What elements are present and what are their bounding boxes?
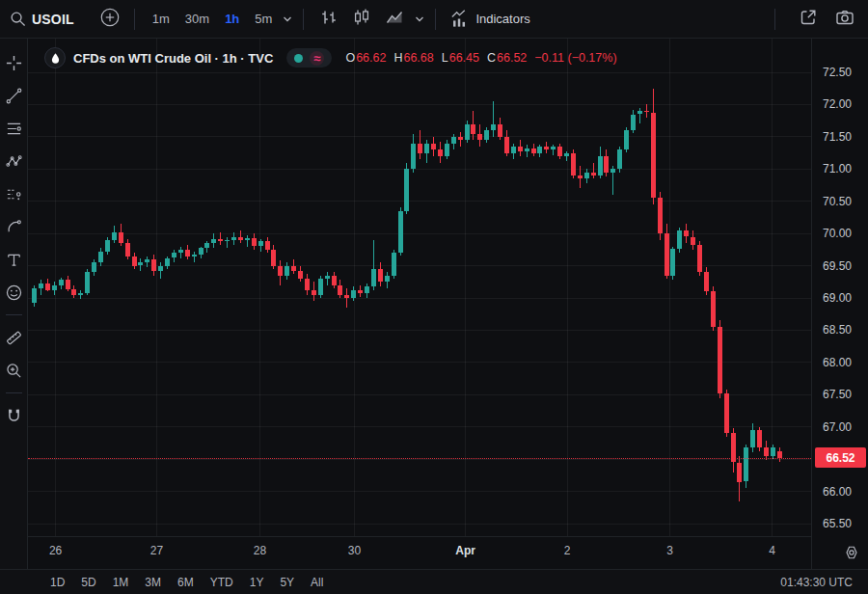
compare-add-symbol-button[interactable] [95, 3, 124, 35]
range-1m-button[interactable]: 1M [107, 574, 135, 591]
candle [604, 156, 609, 173]
candle [385, 276, 390, 283]
range-all-button[interactable]: All [305, 574, 329, 591]
candle [484, 130, 489, 140]
candle [598, 156, 603, 176]
chart-type-area-button[interactable] [381, 4, 408, 34]
interval-30m[interactable]: 30m [177, 8, 217, 30]
camera-icon [835, 8, 854, 27]
candle [617, 149, 622, 169]
range-3m-button[interactable]: 3M [139, 574, 167, 591]
candle [151, 259, 156, 271]
candle [199, 248, 203, 255]
candle [551, 147, 556, 149]
chart-type-chevron-down-icon[interactable] [414, 14, 425, 25]
candle [578, 176, 583, 178]
candle [45, 284, 50, 290]
range-1d-button[interactable]: 1D [44, 574, 70, 591]
interval-1h[interactable]: 1h [217, 8, 247, 30]
candle [365, 286, 369, 293]
indicators-button[interactable]: Indicators [446, 5, 533, 33]
price-axis[interactable]: 72.5072.0071.5071.0070.5070.0069.5069.00… [811, 39, 868, 569]
candle-wick [346, 288, 347, 308]
interval-5m[interactable]: 5m [247, 8, 280, 30]
tool-xabcd-pattern-button[interactable] [1, 145, 26, 177]
candle [252, 238, 257, 247]
price-tick-label: 66.00 [812, 485, 868, 499]
candle [185, 250, 190, 256]
tool-fib-retracement-button[interactable] [1, 112, 26, 145]
tool-ruler-button[interactable] [1, 321, 26, 354]
candle [704, 272, 709, 291]
indicators-label: Indicators [475, 12, 529, 26]
candle [471, 124, 475, 134]
chart-type-bars-button[interactable] [315, 4, 342, 34]
text-icon [5, 251, 23, 269]
candle [684, 230, 689, 237]
candle [245, 238, 250, 240]
tool-emoji-button[interactable] [1, 276, 26, 309]
candle [112, 232, 117, 240]
candle [670, 249, 675, 275]
plus-circle-icon [99, 7, 121, 28]
candle [92, 262, 96, 272]
candle [371, 269, 376, 286]
candle [238, 237, 243, 240]
candle [564, 153, 569, 156]
tool-text-button[interactable] [1, 243, 26, 276]
v-gridline [465, 39, 466, 536]
candle [85, 272, 90, 292]
candle [278, 266, 283, 276]
h-gridline [28, 265, 811, 266]
candle-wick [247, 235, 248, 247]
range-ytd-button[interactable]: YTD [204, 574, 239, 591]
tool-forecast-button[interactable] [1, 177, 26, 210]
open-in-new-window-button[interactable] [795, 4, 822, 34]
time-axis[interactable]: 26272830Apr234 [28, 536, 811, 569]
axis-settings-button[interactable] [843, 544, 860, 564]
candle [445, 144, 449, 156]
search-icon[interactable] [10, 11, 26, 27]
range-5d-button[interactable]: 5D [75, 574, 101, 591]
candle-wick [593, 163, 594, 179]
candle [211, 239, 216, 244]
tool-crosshair-button[interactable] [1, 46, 26, 79]
tool-zoom-in-button[interactable] [1, 354, 26, 387]
range-5y-button[interactable]: 5Y [274, 574, 300, 591]
candle [344, 295, 349, 298]
tool-magnet-button[interactable] [1, 399, 26, 432]
range-6m-button[interactable]: 6M [172, 574, 200, 591]
chart-type-candles-button[interactable] [348, 4, 375, 34]
candle [431, 144, 436, 150]
close-label: C [487, 51, 496, 65]
market-status-toggle[interactable]: ≈ [286, 48, 332, 68]
symbol-name[interactable]: USOIL [32, 12, 74, 27]
v-gridline [772, 39, 773, 536]
chart-pane[interactable]: CFDs on WTI Crude Oil · 1h · TVC ≈ O66.6… [28, 39, 811, 536]
symbol-title: CFDs on WTI Crude Oil · 1h · TVC [73, 51, 273, 66]
candle [477, 134, 482, 141]
price-tick-label: 67.00 [812, 420, 868, 434]
clock-utc[interactable]: 01:43:30 UTC [774, 575, 858, 590]
candles-chart-icon [352, 8, 371, 27]
interval-1m[interactable]: 1m [145, 8, 177, 30]
interval-chevron-down-icon[interactable] [282, 14, 293, 25]
candle [537, 147, 542, 153]
tool-arc-button[interactable] [1, 210, 26, 243]
candle [458, 137, 463, 140]
delayed-data-icon: ≈ [310, 51, 324, 66]
candle-wick [327, 272, 328, 284]
time-tick-label: 2 [564, 544, 571, 557]
candle [757, 430, 762, 447]
time-tick-label: 27 [150, 544, 163, 557]
candle [59, 280, 64, 284]
tool-trend-line-button[interactable] [1, 79, 26, 112]
screenshot-button[interactable] [831, 4, 858, 34]
price-tick-label: 68.00 [812, 356, 868, 369]
candle [318, 279, 323, 295]
range-1y-button[interactable]: 1Y [244, 574, 270, 591]
candle [498, 124, 502, 137]
low-value: 66.45 [449, 51, 479, 65]
candle [132, 256, 137, 266]
candle [511, 147, 516, 153]
